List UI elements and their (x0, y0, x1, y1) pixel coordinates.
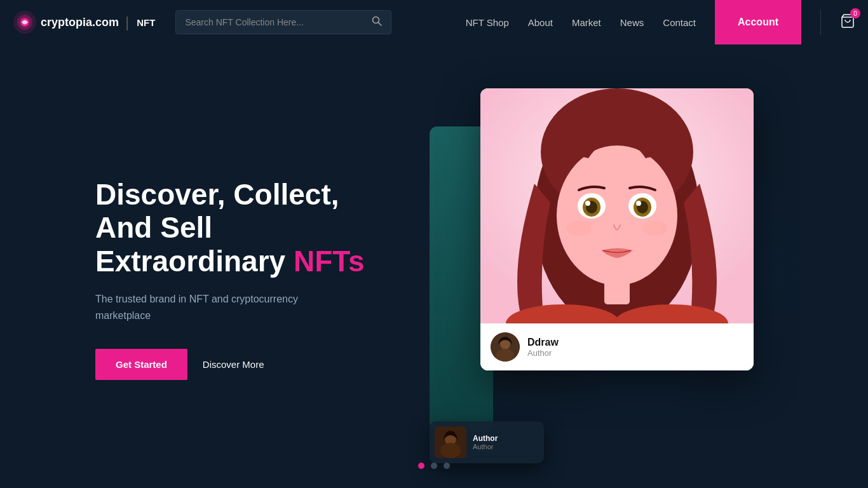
hero-title-highlight: NFTs (294, 245, 365, 278)
logo-text: cryptopia.com (41, 16, 119, 29)
svg-point-18 (566, 220, 592, 236)
svg-point-28 (440, 443, 461, 458)
svg-point-9 (557, 146, 677, 285)
nav-link-about[interactable]: About (528, 17, 553, 28)
hero-title-line1: Discover, Collect, And Sell (95, 178, 339, 245)
search-bar (175, 10, 391, 34)
search-input[interactable] (185, 17, 368, 27)
secondary-avatar (435, 426, 466, 458)
carousel-dot-3[interactable] (444, 463, 450, 469)
author-avatar-svg (491, 332, 520, 362)
logo-icon (13, 10, 37, 34)
author-info: Ddraw Author (527, 337, 743, 358)
nav-left: cryptopia.com | NFT (13, 10, 391, 34)
nav-right: NFT Shop About Market News Contact Accou… (466, 0, 855, 44)
nav-link-nft-shop[interactable]: NFT Shop (466, 17, 509, 28)
search-icon (372, 16, 382, 26)
svg-point-19 (642, 220, 668, 236)
nft-card-main: Ddraw Author (480, 88, 754, 370)
secondary-avatar-svg (435, 426, 466, 458)
logo-divider: | (125, 13, 129, 31)
discover-more-button[interactable]: Discover More (203, 359, 264, 370)
svg-line-4 (379, 23, 382, 26)
search-button[interactable] (372, 16, 382, 29)
logo[interactable]: cryptopia.com | NFT (13, 10, 155, 34)
navbar: cryptopia.com | NFT NFT Shop About Marke… (0, 0, 868, 44)
carousel-dot-2[interactable] (431, 463, 437, 469)
cart-icon-wrap[interactable]: 0 (840, 13, 855, 31)
logo-nft: NFT (137, 17, 155, 28)
nft-artwork (480, 88, 754, 323)
hero-title: Discover, Collect, And Sell Extraordinar… (95, 178, 400, 279)
nav-link-market[interactable]: Market (572, 17, 601, 28)
nav-separator (820, 10, 821, 35)
nft-image (480, 88, 754, 323)
hero-image-area: Ddraw Author Author Author (449, 88, 817, 470)
cart-badge: 0 (850, 8, 860, 18)
hero-title-line2: Extraordinary (95, 245, 294, 278)
nav-link-news[interactable]: News (620, 17, 644, 28)
svg-point-17 (636, 201, 641, 206)
carousel-dots (418, 463, 450, 469)
nft-card-info: Ddraw Author (480, 323, 754, 370)
svg-point-25 (496, 349, 514, 362)
author-role: Author (527, 348, 743, 358)
secondary-author-name: Author (473, 434, 539, 443)
hero-buttons: Get Started Discover More (95, 349, 400, 380)
svg-rect-20 (604, 279, 630, 304)
account-button[interactable]: Account (715, 0, 801, 44)
secondary-info: Author Author (473, 434, 539, 451)
get-started-button[interactable]: Get Started (95, 349, 187, 380)
author-avatar-main (491, 332, 520, 362)
nft-card-secondary: Author Author (430, 421, 544, 463)
hero-section: Discover, Collect, And Sell Extraordinar… (0, 44, 868, 488)
carousel-dot-1[interactable] (418, 463, 424, 469)
nav-link-contact[interactable]: Contact (663, 17, 696, 28)
svg-point-13 (585, 201, 590, 206)
hero-content: Discover, Collect, And Sell Extraordinar… (95, 178, 400, 381)
secondary-author-role: Author (473, 443, 539, 451)
hero-subtitle: The trusted brand in NFT and cryptocurre… (95, 291, 324, 323)
author-name: Ddraw (527, 337, 743, 348)
